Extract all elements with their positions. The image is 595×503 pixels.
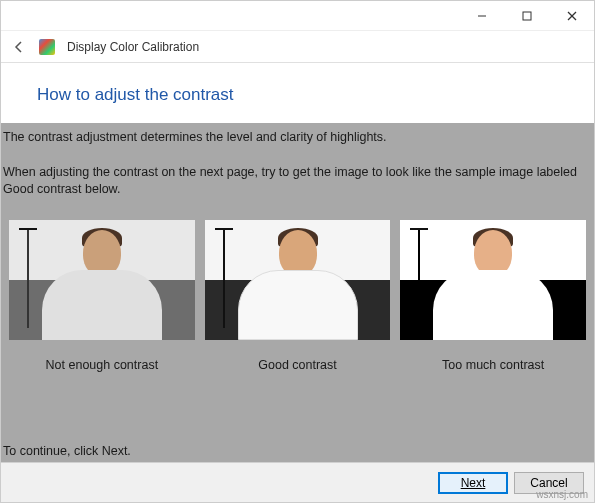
sample-caption-low: Not enough contrast: [46, 358, 159, 372]
minimize-button[interactable]: [459, 1, 504, 30]
svg-rect-1: [523, 12, 531, 20]
window-title: Display Color Calibration: [67, 40, 199, 54]
paragraph-1: The contrast adjustment determines the l…: [1, 123, 594, 146]
page-heading: How to adjust the contrast: [37, 85, 594, 105]
continue-hint: To continue, click Next.: [3, 444, 131, 458]
sample-too-much: Too much contrast: [400, 220, 586, 372]
paragraph-2: When adjusting the contrast on the next …: [1, 146, 594, 208]
sample-caption-high: Too much contrast: [442, 358, 544, 372]
next-button[interactable]: Next: [438, 472, 508, 494]
app-icon: [39, 39, 55, 55]
sample-image-high: [400, 220, 586, 340]
header-bar: Display Color Calibration: [1, 31, 594, 63]
sample-not-enough: Not enough contrast: [9, 220, 195, 372]
samples-row: Not enough contrast Good contrast Too mu…: [1, 208, 594, 372]
content-area: How to adjust the contrast The contrast …: [1, 63, 594, 462]
titlebar: [1, 1, 594, 31]
maximize-button[interactable]: [504, 1, 549, 30]
sample-image-low: [9, 220, 195, 340]
watermark: wsxnsj.com: [536, 489, 588, 500]
back-button[interactable]: [11, 39, 27, 55]
sample-caption-good: Good contrast: [258, 358, 337, 372]
sample-good: Good contrast: [205, 220, 391, 372]
footer-bar: Next Cancel: [1, 462, 594, 502]
close-button[interactable]: [549, 1, 594, 30]
heading-area: How to adjust the contrast: [1, 63, 594, 123]
sample-image-good: [205, 220, 391, 340]
